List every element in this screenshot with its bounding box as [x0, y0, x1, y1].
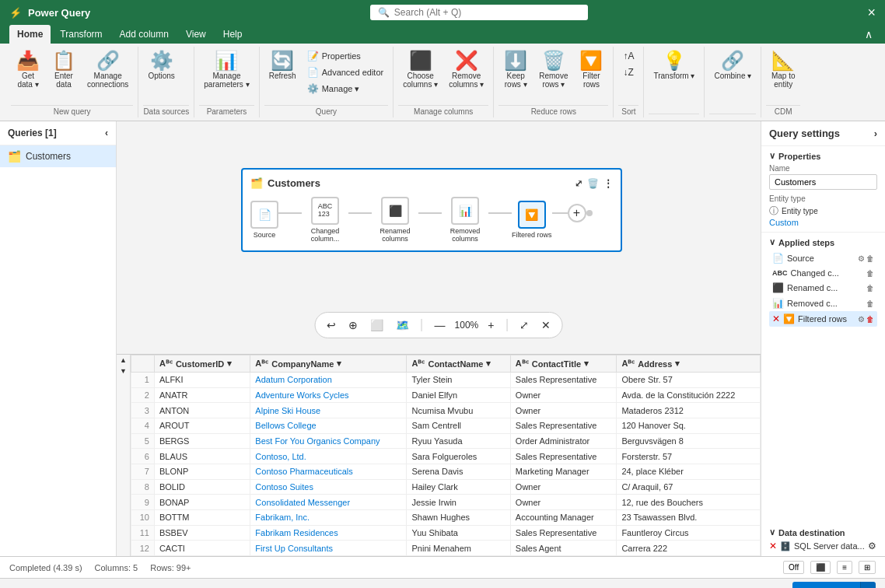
sort-asc-button[interactable]: ↑A	[618, 48, 638, 64]
close-canvas-button[interactable]: ✕	[538, 316, 554, 334]
options-button[interactable]: ⚙️ Options	[143, 48, 179, 83]
col-header-contacttitle[interactable]: AᴮᶜContactTitle▾	[510, 355, 617, 373]
col-header-address[interactable]: AᴮᶜAddress▾	[617, 355, 761, 373]
transform-button[interactable]: 💡 Transform ▾	[649, 48, 699, 83]
company-link[interactable]: First Up Consultants	[255, 544, 333, 553]
col-filter-companyname[interactable]: ▾	[337, 359, 341, 369]
ribbon-collapse-button[interactable]: ∧	[862, 25, 876, 44]
company-link[interactable]: Best For You Organics Company	[255, 436, 380, 446]
publish-dropdown-button[interactable]: ▾	[860, 582, 876, 588]
dest-remove-icon[interactable]: ✕	[769, 541, 777, 551]
company-link[interactable]: Adatum Corporation	[255, 375, 331, 384]
step-filtered-delete-icon[interactable]: 🗑	[866, 315, 874, 324]
col-filter-address[interactable]: ▾	[675, 359, 680, 369]
status-grid-button[interactable]: ⊞	[859, 561, 876, 574]
layout-button[interactable]: ⬜	[367, 316, 387, 334]
applied-step-filtered[interactable]: ✕ 🔽 Filtered rows ⚙ 🗑	[769, 311, 877, 327]
refresh-button[interactable]: 🔄 Refresh	[264, 48, 301, 83]
fullscreen-button[interactable]: ⤢	[516, 316, 532, 334]
move-up-button[interactable]: ▲	[117, 355, 130, 366]
col-header-customerid[interactable]: AᴮᶜCustomerID▾	[154, 355, 250, 373]
search-input[interactable]	[394, 7, 565, 18]
company-link[interactable]: Contoso, Ltd.	[255, 452, 306, 461]
step-renamed-columns-icon[interactable]: ⬛	[381, 197, 409, 225]
manage-button[interactable]: ⚙️ Manage ▾	[303, 81, 389, 96]
choose-columns-button[interactable]: ⬛ Choosecolumns ▾	[398, 48, 442, 92]
col-filter-contacttitle[interactable]: ▾	[584, 359, 589, 369]
enter-data-button[interactable]: 📋 Enterdata	[47, 48, 81, 92]
search-box[interactable]: 🔍	[370, 5, 588, 20]
step-changed-columns-icon[interactable]: ABC123	[311, 197, 339, 225]
company-link[interactable]: Fabrikam Residences	[255, 528, 338, 537]
step-changed-delete-icon[interactable]: 🗑	[866, 269, 874, 278]
trash-icon[interactable]: 🗑️	[587, 178, 599, 189]
fit-button[interactable]: ⊕	[345, 316, 361, 334]
close-button[interactable]: ×	[867, 5, 876, 21]
name-input[interactable]	[769, 174, 877, 190]
remove-rows-button[interactable]: 🗑️ Removerows ▾	[534, 48, 572, 92]
minimap-button[interactable]: 🗺️	[393, 316, 412, 334]
entity-type-value[interactable]: Custom	[769, 218, 877, 227]
tab-add-column[interactable]: Add column	[112, 25, 177, 44]
col-header-contactname[interactable]: AᴮᶜContactName▾	[407, 355, 510, 373]
filter-rows-button[interactable]: 🔽 Filterrows	[574, 48, 608, 92]
tab-transform[interactable]: Transform	[52, 25, 110, 44]
step-changed-actions: 🗑	[866, 269, 874, 278]
zoom-in-button[interactable]: +	[484, 316, 497, 334]
data-destination-item[interactable]: ✕ 🗄️ SQL Server data... ⚙	[769, 541, 877, 551]
company-link[interactable]: Contoso Pharmaceuticals	[255, 467, 352, 476]
entity-type-help-icon[interactable]: ⓘ	[769, 205, 778, 218]
col-header-companyname[interactable]: AᴮᶜCompanyName▾	[250, 355, 407, 373]
col-filter-contactname[interactable]: ▾	[486, 359, 491, 369]
get-data-button[interactable]: 📥 Getdata ▾	[11, 48, 45, 92]
tab-help[interactable]: Help	[215, 25, 250, 44]
combine-button[interactable]: 🔗 Combine ▾	[709, 48, 756, 83]
status-column-button[interactable]: ≡	[837, 561, 852, 574]
applied-step-source[interactable]: 📄 Source ⚙ 🗑	[769, 250, 877, 266]
move-down-button[interactable]: ▼	[117, 366, 130, 376]
applied-step-removed[interactable]: 📊 Removed c... 🗑	[769, 296, 877, 311]
sidebar-collapse-icon[interactable]: ‹	[105, 128, 108, 138]
step-source-icon[interactable]: 📄	[250, 201, 278, 229]
step-changed-columns-label: Changed column...	[302, 227, 348, 243]
step-filtered-rows-icon[interactable]: 🔽	[518, 201, 546, 229]
step-removed-delete-icon[interactable]: 🗑	[866, 299, 874, 308]
remove-columns-button[interactable]: ❌ Removecolumns ▾	[444, 48, 488, 92]
undo-button[interactable]: ↩	[324, 316, 339, 334]
data-table-container: ▲ ▼ AᴮᶜCustomerID▾ AᴮᶜCompanyName▾	[117, 355, 761, 556]
tab-view[interactable]: View	[178, 25, 214, 44]
manage-connections-button[interactable]: 🔗 Manageconnections	[82, 48, 133, 92]
company-link[interactable]: Fabrikam, Inc.	[255, 513, 310, 522]
zoom-out-button[interactable]: —	[432, 316, 449, 334]
company-link[interactable]: Contoso Suites	[255, 482, 313, 492]
company-link[interactable]: Consolidated Messenger	[255, 498, 350, 507]
rows-status: Rows: 99+	[150, 563, 191, 572]
col-filter-customerid[interactable]: ▾	[227, 359, 232, 369]
tab-home[interactable]: Home	[9, 25, 51, 44]
map-to-entity-button[interactable]: 📐 Map toentity	[766, 48, 800, 92]
step-source-delete-icon[interactable]: 🗑	[866, 254, 874, 263]
step-renamed-delete-icon[interactable]: 🗑	[866, 284, 874, 292]
step-removed-columns-icon[interactable]: 📊	[451, 197, 479, 225]
keep-rows-button[interactable]: ⬇️ Keeprows ▾	[498, 48, 533, 92]
advanced-editor-button[interactable]: 📄 Advanced editor	[303, 65, 389, 80]
manage-parameters-button[interactable]: 📊 Manageparameters ▾	[199, 48, 254, 92]
sort-desc-button[interactable]: ↓Z	[618, 65, 638, 80]
status-table-button[interactable]: ⬛	[810, 561, 831, 574]
step-source-settings-icon[interactable]: ⚙	[858, 254, 865, 263]
step-filtered-settings-icon[interactable]: ⚙	[858, 315, 865, 324]
company-link[interactable]: Bellows College	[255, 421, 316, 430]
sidebar-item-customers[interactable]: 🗂️ Customers	[0, 145, 116, 167]
applied-step-changed[interactable]: ABC Changed c... 🗑	[769, 266, 877, 280]
company-link[interactable]: Alpine Ski House	[255, 406, 320, 415]
expand-icon[interactable]: ⤢	[575, 178, 582, 189]
company-link[interactable]: Adventure Works Cycles	[255, 390, 348, 400]
add-step-button[interactable]: +	[568, 204, 586, 222]
properties-button[interactable]: 📝 Properties	[303, 48, 389, 64]
dest-settings-icon[interactable]: ⚙	[868, 541, 876, 551]
publish-button[interactable]: Publish	[792, 582, 860, 588]
more-icon[interactable]: ⋮	[603, 178, 613, 189]
status-off-button[interactable]: Off	[783, 561, 804, 574]
applied-step-renamed[interactable]: ⬛ Renamed c... 🗑	[769, 280, 877, 296]
query-settings-expand-icon[interactable]: ›	[874, 128, 877, 139]
